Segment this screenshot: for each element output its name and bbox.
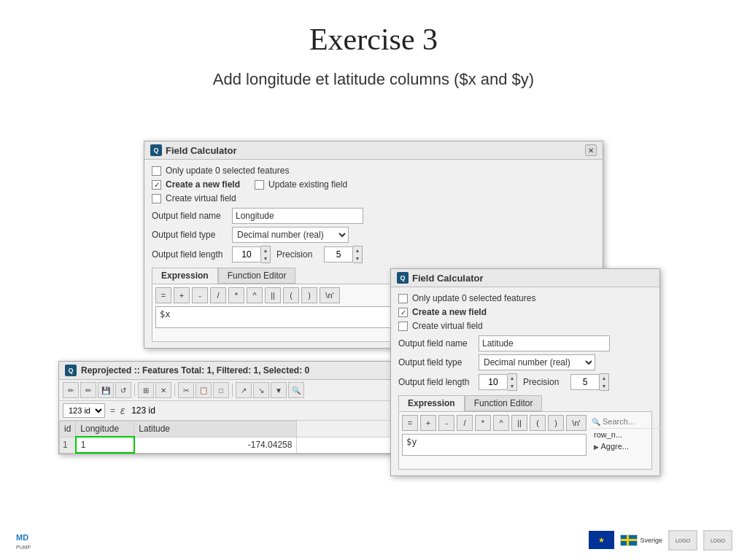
sweden-label: Sverige [640,537,662,544]
fc1-update-existing-checkbox[interactable] [255,180,264,190]
fc2-tab-expression[interactable]: Expression [398,395,465,411]
fc2-btn-caret[interactable]: ^ [493,415,509,431]
attr-btn-select[interactable]: ↗ [236,382,252,398]
attr-btn-search2[interactable]: 🔍 [288,382,304,398]
attr-row-num: 1 [60,437,76,453]
md-pump-logo: MD PUMP [15,527,47,553]
attr-btn-5[interactable]: □ [213,382,229,398]
fc1-btn-lparen[interactable]: ( [283,287,299,303]
fc1-field-type-select[interactable]: Decimal number (real) [232,227,349,243]
fc1-precision-label: Precision [276,249,324,260]
fc2-length-precision-row: Output field length ▲ ▼ Precision ▲ ▼ [398,373,652,391]
fc1-only-update-label: Only update 0 selected features [166,166,289,176]
fc1-create-new-checkbox[interactable] [152,180,161,190]
fc1-btn-plus[interactable]: + [174,287,190,303]
fc2-length-label: Output field length [398,377,479,387]
fc2-field-type-select[interactable]: Decimal number (real) [479,354,595,370]
attr-btn-save[interactable]: 💾 [98,382,114,398]
fc2-btn-div[interactable]: / [457,415,473,431]
fc1-btn-newline[interactable]: \n' [320,287,340,303]
fc2-list-item-1[interactable]: Aggre... [589,440,663,452]
page-subtitle: Add longitude et latitude columns ($x an… [0,70,747,89]
fc1-btn-pipe[interactable]: || [265,287,281,303]
field-calculator-window-2: Q Field Calculator Only update 0 selecte… [390,268,660,476]
fc2-btn-minus[interactable]: - [438,415,454,431]
attr-table-container: id Longitude Latitude 1 1 -174.04258 -18… [59,421,444,454]
attr-btn-2[interactable]: ✏ [80,382,96,398]
fc2-btn-mul[interactable]: * [475,415,491,431]
attr-btn-edit[interactable]: ✏ [63,382,79,398]
attr-field-type-select[interactable]: 123 id [63,403,105,418]
fc1-precision-arrows: ▲ ▼ [353,246,363,263]
fc1-only-update-checkbox[interactable] [152,166,161,176]
fc2-search-input[interactable] [603,417,661,426]
attr-btn-paste[interactable]: 📋 [196,382,212,398]
attr-btn-delete[interactable]: ✕ [155,382,171,398]
fc2-length-input[interactable] [479,374,508,390]
attr-toolbar: ✏ ✏ 💾 ↺ ⊞ ✕ ✂ 📋 □ ↗ ↘ ▼ 🔍 [59,380,444,401]
fc2-btn-pipe[interactable]: || [511,415,527,431]
attr-btn-refresh[interactable]: ↺ [115,382,131,398]
attr-btn-deselect[interactable]: ↘ [253,382,269,398]
svg-text:PUMP: PUMP [16,545,31,550]
fc1-btn-div[interactable]: / [210,287,226,303]
fc1-precision-down[interactable]: ▼ [353,254,362,262]
fc2-precision-up[interactable]: ▲ [600,374,608,382]
fc1-btn-caret[interactable]: ^ [247,287,263,303]
fc2-field-name-row: Output field name [398,335,652,351]
attr-cell-id[interactable]: 1 [76,437,134,453]
fc1-length-input[interactable] [232,246,261,262]
qgis-icon-attr: Q [65,365,77,376]
attr-epsilon-icon: ε [120,405,125,416]
attr-equals: = [110,405,115,416]
fc1-length-up[interactable]: ▲ [261,246,270,254]
fc2-create-row: Create a new field [398,307,652,317]
attr-table-header-row: id Longitude Latitude [60,421,444,438]
logo-other-svg-2: LOGO [704,531,732,550]
fc2-length-up[interactable]: ▲ [508,374,516,382]
attr-col-latitude: Latitude [134,421,297,438]
attr-btn-filter[interactable]: ▼ [271,382,287,398]
fc1-close-button[interactable]: ✕ [585,144,597,156]
fc2-length-down[interactable]: ▼ [508,382,516,390]
bottom-logos: MD PUMP ★ Sverige LOGO LOGO [0,527,747,553]
fc1-precision-up[interactable]: ▲ [353,246,362,254]
fc2-btn-rparen[interactable]: ) [548,415,564,431]
fc2-list-item-0[interactable]: row_n... [589,429,663,440]
fc2-btn-eq[interactable]: = [402,415,418,431]
fc1-update-existing-group: Update existing field [255,179,347,190]
fc2-length-arrows: ▲ ▼ [508,373,517,391]
fc2-tab-function-editor[interactable]: Function Editor [465,395,543,411]
fc1-tab-function-editor[interactable]: Function Editor [218,268,296,284]
fc2-only-update-checkbox[interactable] [398,294,408,303]
fc1-btn-rparen[interactable]: ) [301,287,317,303]
fc2-field-type-label: Output field type [398,357,479,368]
fc1-field-name-row: Output field name [152,208,595,224]
fc1-field-name-input[interactable] [232,208,363,224]
attr-btn-copy[interactable]: ⊞ [138,382,154,398]
attr-btn-cut[interactable]: ✂ [178,382,194,398]
attr-titlebar: Q Reprojected :: Features Total: 1, Filt… [59,362,444,380]
fc2-virtual-checkbox[interactable] [398,322,408,331]
fc2-left-half: = + - / * ^ || ( ) \n' $y [402,415,587,456]
fc2-btn-lparen[interactable]: ( [530,415,546,431]
logo-other-1: LOGO [668,530,697,551]
fc2-btn-newline[interactable]: \n' [566,415,587,431]
fc1-btn-eq[interactable]: = [155,287,171,303]
fc1-btn-mul[interactable]: * [228,287,244,303]
fc1-virtual-checkbox[interactable] [152,194,161,203]
svg-text:LOGO: LOGO [711,538,726,543]
fc2-precision-down[interactable]: ▼ [600,382,608,390]
fc1-precision-input[interactable] [324,246,353,262]
fc2-field-name-input[interactable] [479,335,610,351]
fc1-length-down[interactable]: ▼ [261,254,270,262]
fc1-precision-spinbox: ▲ ▼ [324,246,363,263]
fc2-precision-input[interactable] [570,374,600,390]
svg-text:MD: MD [16,533,28,542]
fc2-expression-box[interactable]: $y [402,434,587,456]
fc2-btn-plus[interactable]: + [420,415,436,431]
fc2-create-new-checkbox[interactable] [398,308,408,317]
fc1-tab-expression[interactable]: Expression [152,268,218,284]
fc2-title-text: Field Calculator [412,273,484,284]
fc1-btn-minus[interactable]: - [192,287,208,303]
